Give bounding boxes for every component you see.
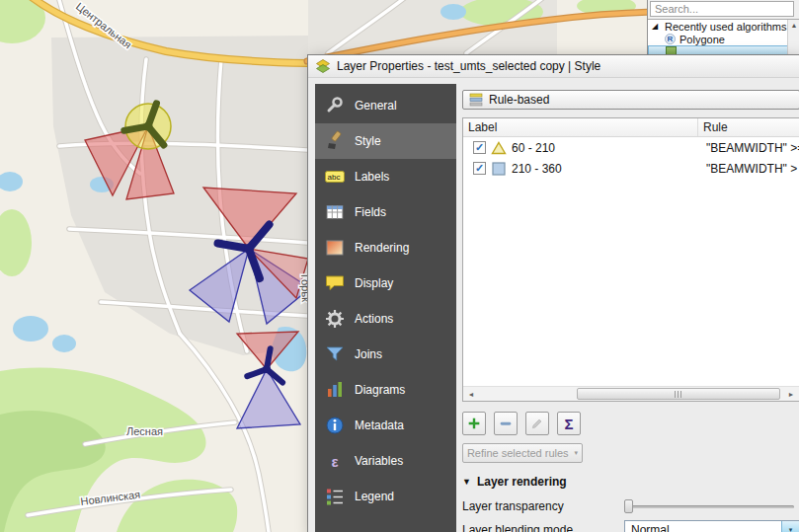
properties-sidebar: General Style abc Labels Fields <box>315 84 456 532</box>
blending-label: Layer blending mode <box>462 523 573 532</box>
rule-row[interactable]: ✓ 60 - 210 "BEAMWIDTH" >= 60 <box>463 137 799 158</box>
refine-rules-button[interactable]: Refine selected rules ▾ <box>462 443 583 463</box>
rule-symbol-triangle-icon <box>491 140 507 156</box>
gradient-swatch-icon <box>323 236 347 260</box>
count-features-button[interactable]: Σ <box>557 412 581 435</box>
column-header-rule[interactable]: Rule <box>698 118 799 136</box>
sidebar-item-labels[interactable]: abc Labels <box>315 159 456 194</box>
blending-value: Normal <box>631 523 670 532</box>
table-header: Label Rule <box>463 118 799 137</box>
slider-handle[interactable] <box>624 499 633 513</box>
column-header-label[interactable]: Label <box>463 118 698 136</box>
transparency-label: Layer transparency <box>462 499 564 513</box>
algorithm-item-polygone[interactable]: R Polygone <box>648 33 799 45</box>
add-rule-button[interactable] <box>462 412 486 435</box>
qgis-screen: Центральная Горьк Лесная Новлинская ◢ Re… <box>0 0 799 532</box>
legend-list-icon <box>323 485 347 508</box>
layer-properties-dialog: Layer Properties - test_umts_selected co… <box>307 54 799 532</box>
svg-text:abc: abc <box>328 173 341 182</box>
abc-label-icon: abc <box>323 165 347 189</box>
style-panel: Rule-based Label Rule ✓ 60 - 210 "BEAMWI… <box>456 84 799 532</box>
collapse-triangle-icon: ▼ <box>462 477 471 487</box>
algorithm-group-recently-used[interactable]: ◢ Recently used algorithms <box>648 20 799 33</box>
layer-properties-icon <box>315 58 331 74</box>
sidebar-item-variables[interactable]: ε Variables <box>315 443 456 479</box>
sidebar-item-legend[interactable]: Legend <box>315 479 456 514</box>
table-icon <box>323 200 347 224</box>
rule-expression: "BEAMWIDTH" > 210. <box>706 162 799 176</box>
dialog-titlebar[interactable]: Layer Properties - test_umts_selected co… <box>308 55 799 78</box>
rule-toolbar: Σ <box>462 412 799 435</box>
remove-rule-button[interactable] <box>494 412 518 435</box>
rule-label: 60 - 210 <box>512 141 555 155</box>
scrollbar-track[interactable] <box>479 387 783 401</box>
wrench-icon <box>323 94 347 117</box>
rule-expression: "BEAMWIDTH" >= 60 <box>706 141 799 155</box>
toolbox-search-input[interactable] <box>650 1 794 17</box>
sidebar-item-diagrams[interactable]: Diagrams <box>315 372 456 408</box>
r-logo-icon: R <box>665 34 676 44</box>
pencil-icon <box>529 416 545 431</box>
renderer-value: Rule-based <box>489 93 549 107</box>
tree-expander-icon[interactable]: ◢ <box>652 22 661 31</box>
sigma-icon: Σ <box>564 416 573 432</box>
table-horizontal-scrollbar[interactable]: ◄ ► <box>463 386 799 401</box>
blending-row: Layer blending mode Normal ▾ <box>462 520 799 532</box>
transparency-slider[interactable] <box>624 498 794 514</box>
minus-icon <box>498 416 514 431</box>
sidebar-item-metadata[interactable]: Metadata <box>315 408 456 443</box>
info-icon <box>323 414 347 437</box>
paintbrush-icon <box>323 129 347 153</box>
group-label: Recently used algorithms <box>665 21 787 33</box>
epsilon-icon: ε <box>323 449 347 473</box>
blending-mode-combo[interactable]: Normal ▾ <box>624 520 799 532</box>
bar-chart-icon <box>323 378 347 402</box>
renderer-combo[interactable]: Rule-based <box>462 90 799 110</box>
layer-rendering-section-header[interactable]: ▼ Layer rendering <box>462 475 799 489</box>
scroll-left-icon[interactable]: ◄ <box>463 387 479 401</box>
scrollbar-thumb[interactable] <box>577 388 780 400</box>
algorithm-label: Polygone <box>679 34 725 45</box>
sidebar-item-display[interactable]: Display <box>315 266 456 301</box>
sidebar-item-style[interactable]: Style <box>315 123 456 159</box>
slider-groove <box>624 505 794 508</box>
transparency-row: Layer transparency <box>462 498 799 514</box>
dialog-title: Layer Properties - test_umts_selected co… <box>337 59 600 73</box>
sidebar-item-rendering[interactable]: Rendering <box>315 230 456 266</box>
plus-icon <box>466 416 482 431</box>
speech-bubble-icon <box>323 271 347 295</box>
combo-arrow-icon[interactable]: ▾ <box>781 521 799 532</box>
join-funnel-icon <box>323 342 347 366</box>
rules-table: Label Rule ✓ 60 - 210 "BEAMWIDTH" >= 60 … <box>462 117 799 402</box>
sidebar-item-actions[interactable]: Actions <box>315 301 456 337</box>
rule-checkbox[interactable]: ✓ <box>473 141 486 154</box>
edit-rule-button[interactable] <box>525 412 549 435</box>
rule-symbol-square-icon <box>491 161 507 177</box>
rule-row[interactable]: ✓ 210 - 360 "BEAMWIDTH" > 210. <box>463 158 799 179</box>
grip-icon <box>675 391 682 398</box>
rule-based-icon <box>469 92 483 108</box>
rule-checkbox[interactable]: ✓ <box>473 162 486 175</box>
scroll-right-icon[interactable]: ► <box>783 387 799 401</box>
sidebar-item-joins[interactable]: Joins <box>315 337 456 372</box>
caret-down-icon: ▾ <box>575 449 579 457</box>
gear-icon <box>323 307 347 331</box>
street-label: Лесная <box>126 425 163 437</box>
sidebar-item-general[interactable]: General <box>315 88 456 123</box>
scroll-up-icon[interactable]: ▲ <box>791 22 798 29</box>
rule-label: 210 - 360 <box>512 162 562 176</box>
sidebar-item-fields[interactable]: Fields <box>315 194 456 230</box>
